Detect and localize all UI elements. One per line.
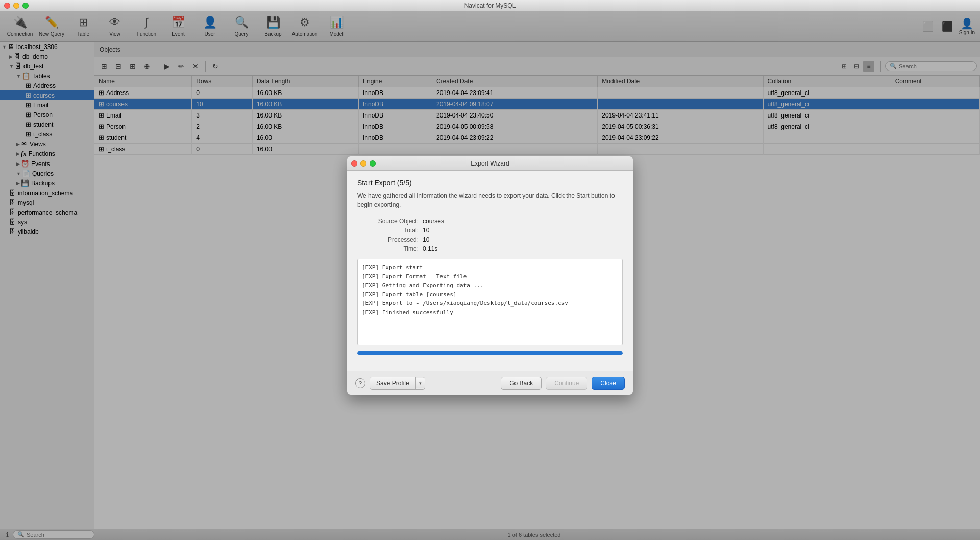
- help-button[interactable]: ?: [355, 378, 365, 388]
- save-profile-button-group[interactable]: Save Profile ▾: [370, 377, 425, 390]
- export-wizard-modal: Export Wizard Start Export (5/5) We have…: [347, 156, 633, 395]
- total-label: Total:: [357, 227, 419, 234]
- time-value: 0.11s: [423, 245, 623, 252]
- modal-title: Export Wizard: [471, 160, 509, 167]
- title-bar: Navicat for MySQL: [0, 0, 980, 11]
- modal-overlay: Export Wizard Start Export (5/5) We have…: [0, 11, 980, 540]
- modal-max-button[interactable]: [370, 160, 376, 167]
- modal-body: Start Export (5/5) We have gathered all …: [347, 171, 633, 371]
- app-title: Navicat for MySQL: [464, 2, 516, 9]
- log-line: [EXP] Export Format - Text file: [362, 272, 618, 281]
- continue-button: Continue: [546, 377, 587, 390]
- close-modal-button[interactable]: Close: [592, 377, 625, 390]
- go-back-button[interactable]: Go Back: [501, 377, 542, 390]
- modal-step-title: Start Export (5/5): [357, 179, 623, 187]
- log-line: [EXP] Export to - /Users/xiaoqiang/Deskt…: [362, 299, 618, 308]
- source-object-value: courses: [423, 218, 623, 225]
- log-line: [EXP] Export table [courses]: [362, 290, 618, 299]
- minimize-button[interactable]: [13, 3, 19, 9]
- log-line: [EXP] Finished successfully: [362, 308, 618, 317]
- modal-progress-bar: [357, 351, 623, 355]
- processed-label: Processed:: [357, 236, 419, 243]
- save-profile-dropdown-arrow[interactable]: ▾: [416, 378, 425, 388]
- total-value: 10: [423, 227, 623, 234]
- processed-value: 10: [423, 236, 623, 243]
- modal-min-button[interactable]: [360, 160, 366, 167]
- modal-progress-bar-container: [357, 351, 623, 355]
- source-object-label: Source Object:: [357, 218, 419, 225]
- save-profile-button[interactable]: Save Profile: [370, 377, 416, 389]
- modal-footer: ? Save Profile ▾ Go Back Continue Close: [347, 371, 633, 395]
- modal-info-grid: Source Object: courses Total: 10 Process…: [357, 218, 623, 252]
- modal-titlebar: Export Wizard: [347, 156, 633, 171]
- modal-description: We have gathered all information the wiz…: [357, 191, 623, 209]
- modal-close-button[interactable]: [351, 160, 357, 167]
- modal-window-controls[interactable]: [351, 160, 376, 167]
- log-line: [EXP] Export start: [362, 263, 618, 272]
- modal-log: [EXP] Export start[EXP] Export Format - …: [357, 259, 623, 345]
- log-line: [EXP] Getting and Exporting data ...: [362, 281, 618, 290]
- window-controls[interactable]: [4, 3, 29, 9]
- time-label: Time:: [357, 245, 419, 252]
- maximize-button[interactable]: [22, 3, 29, 9]
- close-button[interactable]: [4, 3, 10, 9]
